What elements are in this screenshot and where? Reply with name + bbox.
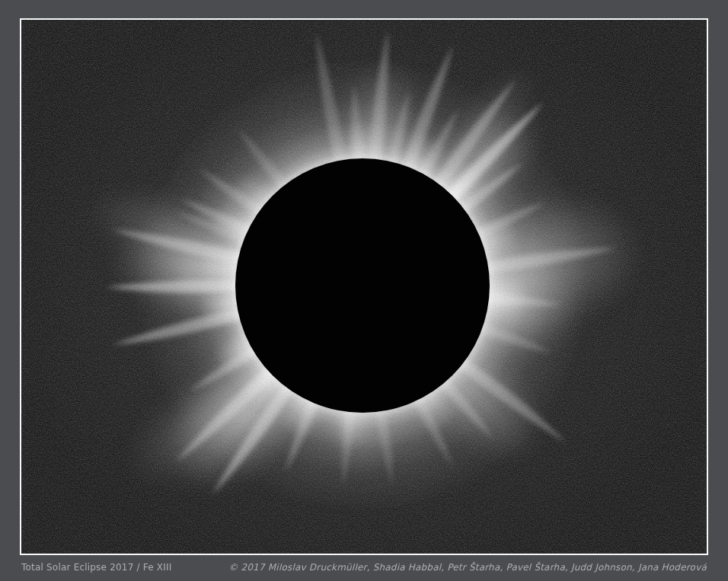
eclipse-photo-canvas bbox=[21, 20, 707, 554]
caption-bar: Total Solar Eclipse 2017 / Fe XIII © 201… bbox=[21, 558, 707, 576]
caption-title: Total Solar Eclipse 2017 / Fe XIII bbox=[21, 562, 171, 573]
eclipse-photo bbox=[20, 18, 708, 555]
caption-credit: © 2017 Miloslav Druckmüller, Shadia Habb… bbox=[228, 562, 707, 573]
moon-disk bbox=[235, 158, 490, 413]
eclipse-image-viewer: { "frame": { "background_color": "#4a4c5… bbox=[0, 0, 728, 581]
